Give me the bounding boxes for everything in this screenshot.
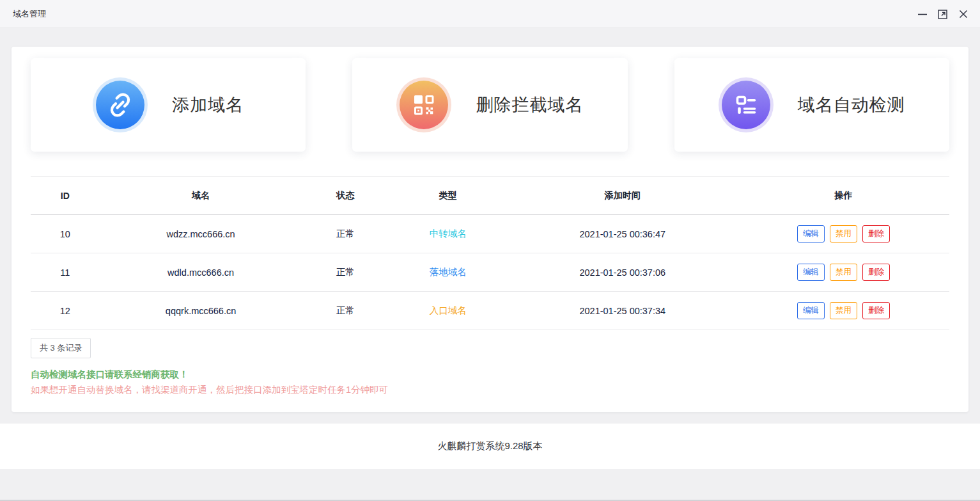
cell-time: 2021-01-25 00:37:34: [507, 306, 738, 316]
cell-domain: wdzz.mcc666.cn: [100, 229, 302, 239]
cell-status: 正常: [302, 228, 389, 240]
record-count-badge: 共 3 条记录: [31, 338, 91, 358]
close-button[interactable]: [953, 4, 974, 24]
delete-blocked-domain-label: 删除拦截域名: [476, 93, 583, 116]
link-icon: [96, 81, 144, 129]
domain-manager-window: { "window": { "title": "域名管理" }, "cards"…: [0, 0, 980, 501]
main-panel: 添加域名 删除拦截域名: [12, 47, 968, 412]
version-band: 火麒麟打赏系统9.28版本: [0, 424, 980, 469]
delete-button[interactable]: 删除: [862, 264, 890, 281]
col-header-type: 类型: [389, 190, 507, 202]
cell-status: 正常: [302, 305, 389, 317]
window-title: 域名管理: [13, 8, 46, 20]
edit-button[interactable]: 编辑: [797, 264, 825, 281]
auto-detect-domain-card[interactable]: 域名自动检测: [674, 58, 949, 152]
disable-button[interactable]: 禁用: [830, 264, 857, 281]
cell-time: 2021-01-25 00:36:47: [507, 229, 738, 239]
edit-button[interactable]: 编辑: [797, 302, 825, 319]
col-header-action: 操作: [738, 190, 949, 202]
cell-actions: 编辑 禁用 删除: [738, 302, 949, 319]
auto-replace-tip: 如果想开通自动替换域名，请找渠道商开通，然后把接口添加到宝塔定时任务1分钟即可: [31, 384, 388, 396]
domain-table: ID 域名 状态 类型 添加时间 操作 10 wdzz.mcc666.cn 正常…: [31, 176, 949, 330]
titlebar: 域名管理: [0, 0, 980, 28]
cell-id: 12: [31, 306, 100, 316]
table-row: 12 qqqrk.mcc666.cn 正常 入口域名 2021-01-25 00…: [31, 292, 949, 330]
add-domain-card[interactable]: 添加域名: [31, 58, 306, 152]
col-header-time: 添加时间: [507, 190, 738, 202]
qrcode-icon: [400, 81, 448, 129]
disable-button[interactable]: 禁用: [830, 302, 857, 319]
add-domain-label: 添加域名: [172, 93, 244, 116]
cell-actions: 编辑 禁用 删除: [738, 225, 949, 243]
table-header: ID 域名 状态 类型 添加时间 操作: [31, 176, 949, 215]
table-row: 11 wdld.mcc666.cn 正常 落地域名 2021-01-25 00:…: [31, 253, 949, 292]
minimize-icon: [916, 8, 929, 20]
minimize-button[interactable]: [912, 4, 933, 24]
maximize-button[interactable]: [933, 4, 953, 24]
form-list-icon: [722, 81, 770, 129]
edit-button[interactable]: 编辑: [797, 225, 825, 243]
cell-domain: wdld.mcc666.cn: [100, 267, 302, 278]
cell-domain: qqqrk.mcc666.cn: [100, 306, 302, 316]
close-icon: [957, 8, 970, 20]
col-header-domain: 域名: [100, 190, 302, 202]
cell-time: 2021-01-25 00:37:06: [507, 267, 738, 278]
action-cards: 添加域名 删除拦截域名: [31, 58, 949, 152]
cell-actions: 编辑 禁用 删除: [738, 264, 949, 281]
col-header-id: ID: [31, 191, 100, 201]
cell-id: 11: [31, 267, 100, 278]
col-header-status: 状态: [302, 190, 389, 202]
version-text: 火麒麟打赏系统9.28版本: [437, 440, 542, 452]
window-controls: [912, 4, 974, 24]
cell-type: 中转域名: [389, 228, 507, 240]
auto-detect-domain-label: 域名自动检测: [798, 93, 905, 116]
cell-status: 正常: [302, 266, 389, 278]
maximize-icon: [937, 8, 949, 20]
delete-button[interactable]: 删除: [862, 302, 890, 319]
cell-type: 入口域名: [389, 305, 507, 317]
cell-type: 落地域名: [389, 266, 507, 278]
cell-id: 10: [31, 229, 100, 239]
delete-button[interactable]: 删除: [862, 225, 890, 243]
disable-button[interactable]: 禁用: [830, 225, 857, 243]
table-row: 10 wdzz.mcc666.cn 正常 中转域名 2021-01-25 00:…: [31, 215, 949, 253]
auto-detect-tip: 自动检测域名接口请联系经销商获取！: [31, 369, 189, 381]
delete-blocked-domain-card[interactable]: 删除拦截域名: [352, 58, 627, 152]
